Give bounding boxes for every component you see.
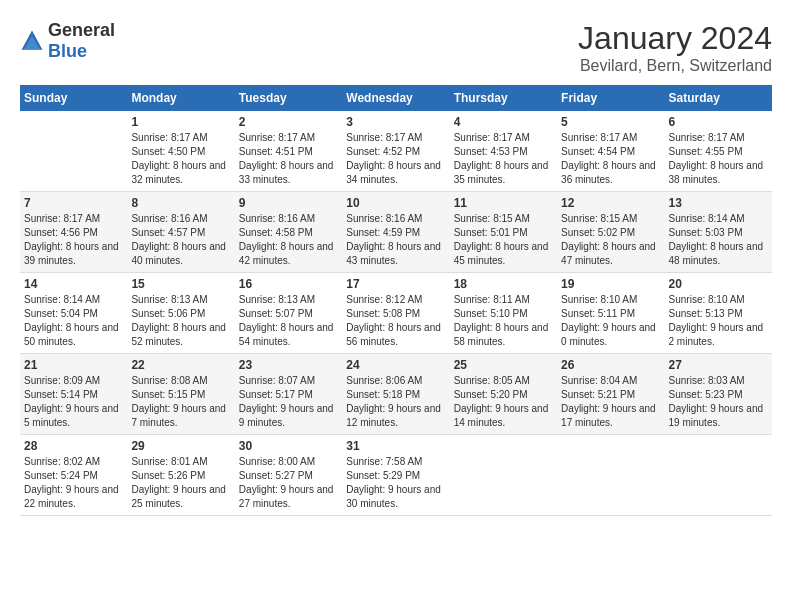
header-row: Sunday Monday Tuesday Wednesday Thursday… <box>20 85 772 111</box>
day-cell: 28 Sunrise: 8:02 AMSunset: 5:24 PMDaylig… <box>20 435 127 516</box>
day-number: 17 <box>346 277 445 291</box>
day-info: Sunrise: 8:13 AMSunset: 5:07 PMDaylight:… <box>239 294 334 347</box>
day-info: Sunrise: 8:07 AMSunset: 5:17 PMDaylight:… <box>239 375 334 428</box>
day-info: Sunrise: 8:17 AMSunset: 4:51 PMDaylight:… <box>239 132 334 185</box>
day-number: 6 <box>669 115 768 129</box>
day-cell <box>450 435 557 516</box>
day-cell: 20 Sunrise: 8:10 AMSunset: 5:13 PMDaylig… <box>665 273 772 354</box>
day-info: Sunrise: 8:14 AMSunset: 5:04 PMDaylight:… <box>24 294 119 347</box>
day-cell: 12 Sunrise: 8:15 AMSunset: 5:02 PMDaylig… <box>557 192 664 273</box>
day-cell: 22 Sunrise: 8:08 AMSunset: 5:15 PMDaylig… <box>127 354 234 435</box>
day-number: 19 <box>561 277 660 291</box>
day-number: 9 <box>239 196 338 210</box>
day-info: Sunrise: 8:05 AMSunset: 5:20 PMDaylight:… <box>454 375 549 428</box>
week-row-3: 21 Sunrise: 8:09 AMSunset: 5:14 PMDaylig… <box>20 354 772 435</box>
day-number: 23 <box>239 358 338 372</box>
day-info: Sunrise: 8:10 AMSunset: 5:11 PMDaylight:… <box>561 294 656 347</box>
day-number: 20 <box>669 277 768 291</box>
day-info: Sunrise: 8:02 AMSunset: 5:24 PMDaylight:… <box>24 456 119 509</box>
day-number: 15 <box>131 277 230 291</box>
day-number: 1 <box>131 115 230 129</box>
day-cell: 31 Sunrise: 7:58 AMSunset: 5:29 PMDaylig… <box>342 435 449 516</box>
day-number: 5 <box>561 115 660 129</box>
day-cell: 19 Sunrise: 8:10 AMSunset: 5:11 PMDaylig… <box>557 273 664 354</box>
logo-text: General Blue <box>48 20 115 62</box>
day-info: Sunrise: 8:14 AMSunset: 5:03 PMDaylight:… <box>669 213 764 266</box>
day-cell: 25 Sunrise: 8:05 AMSunset: 5:20 PMDaylig… <box>450 354 557 435</box>
day-number: 21 <box>24 358 123 372</box>
day-number: 2 <box>239 115 338 129</box>
calendar-body: 1 Sunrise: 8:17 AMSunset: 4:50 PMDayligh… <box>20 111 772 516</box>
day-info: Sunrise: 8:16 AMSunset: 4:58 PMDaylight:… <box>239 213 334 266</box>
day-cell: 23 Sunrise: 8:07 AMSunset: 5:17 PMDaylig… <box>235 354 342 435</box>
day-info: Sunrise: 8:16 AMSunset: 4:59 PMDaylight:… <box>346 213 441 266</box>
day-info: Sunrise: 8:17 AMSunset: 4:50 PMDaylight:… <box>131 132 226 185</box>
day-info: Sunrise: 8:15 AMSunset: 5:01 PMDaylight:… <box>454 213 549 266</box>
day-number: 29 <box>131 439 230 453</box>
day-info: Sunrise: 8:10 AMSunset: 5:13 PMDaylight:… <box>669 294 764 347</box>
day-cell <box>20 111 127 192</box>
day-cell: 13 Sunrise: 8:14 AMSunset: 5:03 PMDaylig… <box>665 192 772 273</box>
day-number: 3 <box>346 115 445 129</box>
day-number: 7 <box>24 196 123 210</box>
day-info: Sunrise: 8:17 AMSunset: 4:52 PMDaylight:… <box>346 132 441 185</box>
day-number: 4 <box>454 115 553 129</box>
day-cell: 2 Sunrise: 8:17 AMSunset: 4:51 PMDayligh… <box>235 111 342 192</box>
day-info: Sunrise: 8:13 AMSunset: 5:06 PMDaylight:… <box>131 294 226 347</box>
day-info: Sunrise: 8:03 AMSunset: 5:23 PMDaylight:… <box>669 375 764 428</box>
day-cell <box>665 435 772 516</box>
day-number: 28 <box>24 439 123 453</box>
day-number: 10 <box>346 196 445 210</box>
day-number: 14 <box>24 277 123 291</box>
day-info: Sunrise: 8:09 AMSunset: 5:14 PMDaylight:… <box>24 375 119 428</box>
day-info: Sunrise: 8:17 AMSunset: 4:53 PMDaylight:… <box>454 132 549 185</box>
day-number: 25 <box>454 358 553 372</box>
day-cell: 27 Sunrise: 8:03 AMSunset: 5:23 PMDaylig… <box>665 354 772 435</box>
day-cell: 3 Sunrise: 8:17 AMSunset: 4:52 PMDayligh… <box>342 111 449 192</box>
week-row-1: 7 Sunrise: 8:17 AMSunset: 4:56 PMDayligh… <box>20 192 772 273</box>
day-cell: 1 Sunrise: 8:17 AMSunset: 4:50 PMDayligh… <box>127 111 234 192</box>
calendar-table: Sunday Monday Tuesday Wednesday Thursday… <box>20 85 772 516</box>
day-info: Sunrise: 8:12 AMSunset: 5:08 PMDaylight:… <box>346 294 441 347</box>
subtitle: Bevilard, Bern, Switzerland <box>578 57 772 75</box>
header: General Blue January 2024 Bevilard, Bern… <box>20 20 772 75</box>
title-section: January 2024 Bevilard, Bern, Switzerland <box>578 20 772 75</box>
day-cell: 18 Sunrise: 8:11 AMSunset: 5:10 PMDaylig… <box>450 273 557 354</box>
header-monday: Monday <box>127 85 234 111</box>
day-number: 8 <box>131 196 230 210</box>
day-info: Sunrise: 7:58 AMSunset: 5:29 PMDaylight:… <box>346 456 441 509</box>
day-info: Sunrise: 8:01 AMSunset: 5:26 PMDaylight:… <box>131 456 226 509</box>
day-cell: 6 Sunrise: 8:17 AMSunset: 4:55 PMDayligh… <box>665 111 772 192</box>
day-cell: 11 Sunrise: 8:15 AMSunset: 5:01 PMDaylig… <box>450 192 557 273</box>
header-saturday: Saturday <box>665 85 772 111</box>
day-info: Sunrise: 8:17 AMSunset: 4:55 PMDaylight:… <box>669 132 764 185</box>
day-cell: 7 Sunrise: 8:17 AMSunset: 4:56 PMDayligh… <box>20 192 127 273</box>
day-cell: 14 Sunrise: 8:14 AMSunset: 5:04 PMDaylig… <box>20 273 127 354</box>
day-cell: 9 Sunrise: 8:16 AMSunset: 4:58 PMDayligh… <box>235 192 342 273</box>
header-thursday: Thursday <box>450 85 557 111</box>
day-number: 22 <box>131 358 230 372</box>
day-cell: 26 Sunrise: 8:04 AMSunset: 5:21 PMDaylig… <box>557 354 664 435</box>
logo-icon <box>20 29 44 53</box>
day-cell: 4 Sunrise: 8:17 AMSunset: 4:53 PMDayligh… <box>450 111 557 192</box>
day-number: 31 <box>346 439 445 453</box>
day-cell: 5 Sunrise: 8:17 AMSunset: 4:54 PMDayligh… <box>557 111 664 192</box>
header-sunday: Sunday <box>20 85 127 111</box>
day-number: 30 <box>239 439 338 453</box>
logo-general: General <box>48 20 115 40</box>
day-info: Sunrise: 8:16 AMSunset: 4:57 PMDaylight:… <box>131 213 226 266</box>
day-cell: 24 Sunrise: 8:06 AMSunset: 5:18 PMDaylig… <box>342 354 449 435</box>
day-number: 27 <box>669 358 768 372</box>
day-info: Sunrise: 8:15 AMSunset: 5:02 PMDaylight:… <box>561 213 656 266</box>
day-cell: 10 Sunrise: 8:16 AMSunset: 4:59 PMDaylig… <box>342 192 449 273</box>
week-row-2: 14 Sunrise: 8:14 AMSunset: 5:04 PMDaylig… <box>20 273 772 354</box>
day-number: 26 <box>561 358 660 372</box>
day-number: 18 <box>454 277 553 291</box>
day-info: Sunrise: 8:11 AMSunset: 5:10 PMDaylight:… <box>454 294 549 347</box>
day-cell: 29 Sunrise: 8:01 AMSunset: 5:26 PMDaylig… <box>127 435 234 516</box>
day-number: 13 <box>669 196 768 210</box>
day-info: Sunrise: 8:00 AMSunset: 5:27 PMDaylight:… <box>239 456 334 509</box>
day-info: Sunrise: 8:08 AMSunset: 5:15 PMDaylight:… <box>131 375 226 428</box>
main-title: January 2024 <box>578 20 772 57</box>
day-cell: 21 Sunrise: 8:09 AMSunset: 5:14 PMDaylig… <box>20 354 127 435</box>
